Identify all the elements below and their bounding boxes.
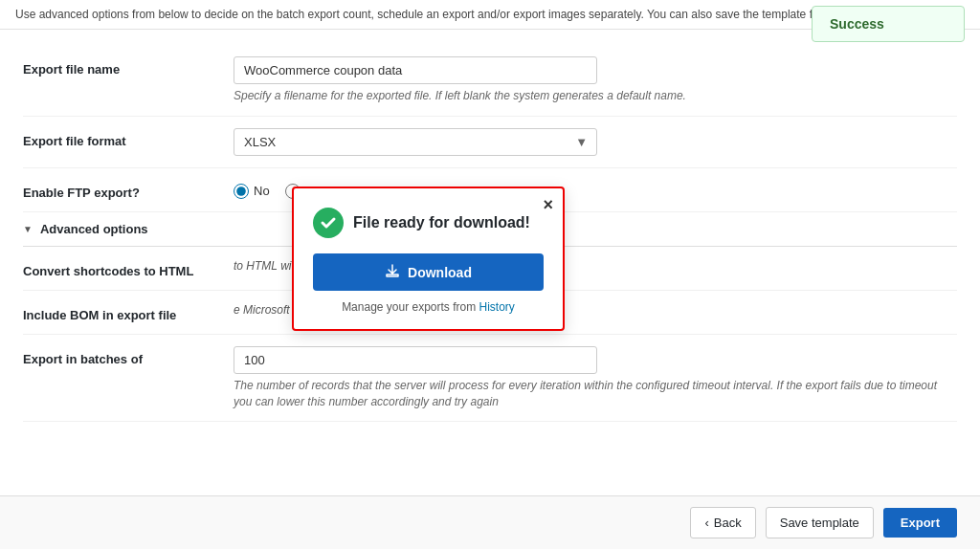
modal-footer-text: Manage your exports from: [342, 300, 479, 314]
modal-footer: Manage your exports from History: [313, 300, 544, 314]
history-link[interactable]: History: [479, 300, 515, 314]
export-file-name-control: Specify a filename for the exported file…: [234, 56, 957, 104]
save-template-label: Save template: [780, 516, 859, 530]
download-button[interactable]: Download: [313, 253, 544, 291]
export-file-name-hint: Specify a filename for the exported file…: [234, 88, 957, 104]
chevron-down-icon: ▼: [23, 224, 33, 234]
save-template-button[interactable]: Save template: [766, 507, 874, 538]
download-modal: × File ready for download! Download Mana…: [292, 187, 565, 331]
export-batches-input[interactable]: [234, 346, 597, 374]
modal-header: File ready for download!: [313, 208, 544, 238]
include-bom-label: Include BOM in export file: [23, 302, 234, 322]
export-button[interactable]: Export: [883, 508, 957, 538]
ftp-no-label[interactable]: No: [234, 184, 270, 199]
ftp-no-text: No: [254, 184, 270, 198]
download-icon: [385, 263, 400, 281]
export-file-name-label: Export file name: [23, 56, 234, 77]
export-batches-label: Export in batches of: [23, 346, 234, 366]
modal-title: File ready for download!: [353, 214, 530, 231]
modal-close-button[interactable]: ×: [543, 196, 553, 213]
export-batches-row: Export in batches of The number of recor…: [23, 335, 957, 423]
export-file-format-control: CSV XLSX XLS JSON ▼: [234, 128, 957, 156]
export-file-format-select-wrap: CSV XLSX XLS JSON ▼: [234, 128, 597, 156]
export-file-format-label: Export file format: [23, 128, 234, 148]
enable-ftp-label: Enable FTP export?: [23, 180, 234, 200]
advanced-options-label: Advanced options: [40, 222, 148, 236]
ftp-no-radio[interactable]: [234, 184, 249, 199]
download-label: Download: [408, 265, 472, 280]
export-batches-hint: The number of records that the server wi…: [234, 378, 957, 410]
export-file-name-row: Export file name Specify a filename for …: [23, 45, 957, 117]
check-circle-icon: [313, 208, 344, 238]
export-file-format-row: Export file format CSV XLSX XLS JSON ▼: [23, 117, 957, 168]
back-label: Back: [714, 516, 742, 530]
back-chevron-icon: ‹: [704, 516, 708, 530]
export-file-format-select[interactable]: CSV XLSX XLS JSON: [234, 128, 597, 156]
export-label: Export: [901, 516, 940, 530]
back-button[interactable]: ‹ Back: [690, 507, 755, 538]
page-wrapper: Use advanced options from below to decid…: [0, 0, 980, 549]
export-file-name-input[interactable]: [234, 56, 597, 84]
success-label: Success: [830, 16, 884, 32]
success-toast: Success: [812, 6, 965, 42]
export-batches-control: The number of records that the server wi…: [234, 346, 957, 410]
notice-text: Use advanced options from below to decid…: [15, 8, 917, 21]
convert-shortcodes-label: Convert shortcodes to HTML: [23, 258, 234, 278]
bottom-bar: ‹ Back Save template Export: [0, 495, 980, 549]
